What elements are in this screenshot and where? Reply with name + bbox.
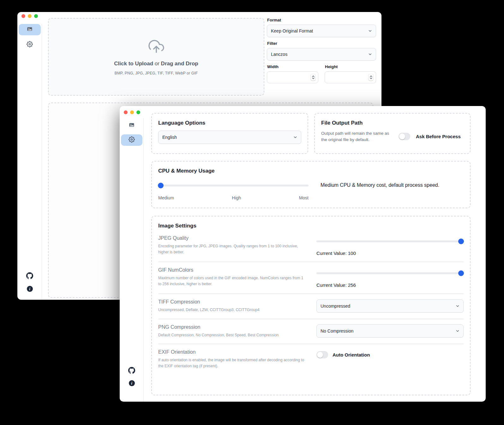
- cpu-slider-track[interactable]: [158, 185, 309, 186]
- png-compression-select[interactable]: No Compression: [316, 324, 464, 338]
- chevron-down-icon: [455, 304, 460, 308]
- tiff-compression-description: Uncompressed, Deflate, LZW, CCITTGroup3,…: [158, 307, 307, 313]
- gif-numcolors-current-value: Current Value: 256: [316, 282, 464, 288]
- github-button[interactable]: [128, 367, 136, 375]
- info-icon: i: [129, 380, 135, 386]
- info-button[interactable]: i: [26, 285, 34, 293]
- conversion-options-panel: Format Keep Original Format Filter Lancz…: [267, 18, 376, 83]
- upload-dropzone[interactable]: Click to Upload or Drag and Drop BMP, PN…: [48, 18, 264, 96]
- jpeg-quality-current-value: Current Value: 100: [316, 251, 464, 256]
- jpeg-quality-slider-thumb[interactable]: [458, 239, 464, 244]
- cpu-slider-thumb[interactable]: [158, 183, 164, 188]
- gif-numcolors-slider[interactable]: [316, 272, 464, 274]
- cpu-slider[interactable]: Medium High Most: [158, 174, 309, 200]
- sidebar: i: [17, 12, 42, 300]
- tiff-compression-value: Uncompressed: [321, 304, 350, 309]
- upload-title-drag: Drag and Drop: [161, 61, 198, 67]
- sidebar-divider: [42, 24, 42, 300]
- info-button[interactable]: i: [128, 379, 136, 387]
- jpeg-quality-description: Encoding parameter for JPG, JPEG images.…: [158, 243, 307, 255]
- gif-numcolors-label: GIF NumColors: [158, 267, 307, 273]
- chevron-down-icon: [455, 329, 460, 333]
- png-compression-label: PNG Compression: [158, 324, 307, 330]
- ask-before-process-toggle[interactable]: [399, 133, 410, 140]
- filter-select[interactable]: Lanczos: [267, 48, 376, 61]
- png-compression-description: Default Compression, No Compression, Bes…: [158, 332, 307, 338]
- toggle-knob: [317, 352, 323, 358]
- format-label: Format: [267, 18, 376, 22]
- github-icon: [128, 367, 135, 375]
- jpeg-quality-row: JPEG Quality Encoding parameter for JPG,…: [158, 230, 464, 262]
- width-label: Width: [267, 64, 318, 69]
- format-select[interactable]: Keep Original Format: [267, 25, 376, 37]
- ask-before-process-label: Ask Before Process: [416, 134, 461, 139]
- toggle-knob: [399, 133, 405, 139]
- upload-supported-formats: BMP, PNG, JPG, JPEG, TIF, TIFF, WebP or …: [115, 71, 198, 75]
- chevron-down-icon: [368, 29, 372, 33]
- upload-title-or: or: [153, 61, 161, 67]
- info-icon: i: [27, 286, 33, 292]
- file-output-path-card: File Output Path Output path will remain…: [314, 113, 471, 154]
- settings-window: i Language Options English File Output P…: [120, 106, 486, 402]
- sidebar-item-images[interactable]: [19, 24, 41, 35]
- stepper-icon[interactable]: [369, 74, 373, 81]
- image-settings-card: Image Settings JPEG Quality Encoding par…: [151, 216, 471, 395]
- cpu-tick-medium: Medium: [158, 195, 174, 200]
- gif-numcolors-description: Maximum number of colors used in the GIF…: [158, 275, 307, 287]
- cpu-slider-ticks: Medium High Most: [158, 195, 309, 200]
- image-icon: [129, 122, 135, 129]
- stepper-icon[interactable]: [311, 74, 315, 81]
- chevron-down-icon: [368, 52, 372, 56]
- language-select-value: English: [162, 135, 177, 140]
- png-compression-value: No Compression: [321, 328, 353, 334]
- image-icon: [27, 26, 33, 33]
- gear-icon: [129, 136, 135, 144]
- github-icon: [26, 272, 33, 280]
- cpu-memory-title: CPU & Memory Usage: [158, 168, 464, 174]
- exif-orientation-label: EXIF Orientation: [158, 349, 307, 355]
- exif-orientation-row: EXIF Orientation If auto orientation is …: [158, 344, 464, 375]
- upload-cloud-icon: [148, 38, 164, 56]
- png-compression-row: PNG Compression Default Compression, No …: [158, 319, 464, 345]
- gif-numcolors-row: GIF NumColors Maximum number of colors u…: [158, 262, 464, 294]
- cpu-tick-most: Most: [299, 195, 309, 200]
- tiff-compression-select[interactable]: Uncompressed: [316, 299, 464, 313]
- filter-label: Filter: [267, 41, 376, 46]
- upload-title: Click to Upload or Drag and Drop: [114, 61, 198, 67]
- filter-select-value: Lanczos: [271, 52, 287, 57]
- jpeg-quality-slider[interactable]: [316, 240, 464, 242]
- file-output-path-title: File Output Path: [321, 120, 464, 126]
- sidebar-item-settings[interactable]: [121, 134, 142, 146]
- cpu-status-text: Medium CPU & Memory cost, default proces…: [321, 182, 439, 188]
- output-path-description: Output path will remain the same as the …: [321, 130, 393, 143]
- language-select[interactable]: English: [158, 131, 301, 144]
- upload-title-click: Click to Upload: [114, 61, 153, 67]
- exif-orientation-description: If auto orientation is enabled, the imag…: [158, 357, 307, 369]
- cpu-tick-high: High: [232, 195, 241, 200]
- tiff-compression-label: TIFF Compression: [158, 299, 307, 305]
- sidebar-item-settings[interactable]: [19, 39, 41, 50]
- cpu-memory-card: CPU & Memory Usage Medium High Most Medi…: [151, 161, 471, 208]
- language-options-title: Language Options: [158, 120, 301, 126]
- image-settings-title: Image Settings: [158, 223, 464, 229]
- sidebar-item-images[interactable]: [121, 120, 142, 131]
- github-button[interactable]: [26, 272, 34, 280]
- auto-orientation-toggle[interactable]: [316, 351, 328, 358]
- tiff-compression-row: TIFF Compression Uncompressed, Deflate, …: [158, 294, 464, 319]
- height-label: Height: [325, 64, 376, 69]
- format-select-value: Keep Original Format: [271, 28, 313, 33]
- chevron-down-icon: [293, 135, 297, 139]
- jpeg-quality-label: JPEG Quality: [158, 235, 307, 241]
- language-options-card: Language Options English: [151, 113, 308, 154]
- auto-orientation-label: Auto Orientation: [333, 352, 370, 357]
- gif-numcolors-slider-thumb[interactable]: [458, 270, 464, 276]
- gear-icon: [27, 41, 33, 49]
- sidebar-divider: [143, 118, 144, 402]
- sidebar: i: [120, 106, 144, 402]
